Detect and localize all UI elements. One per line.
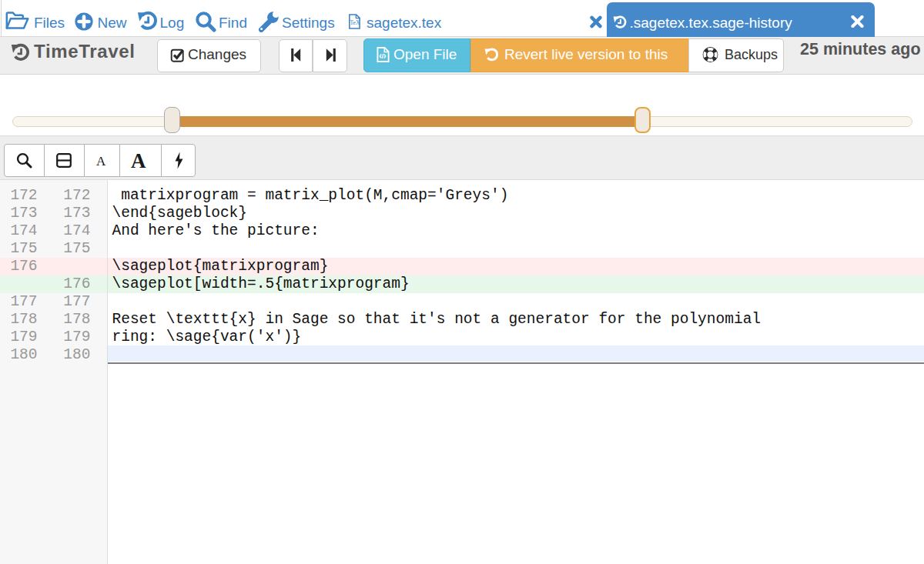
svg-text:TeX: TeX	[350, 19, 360, 26]
